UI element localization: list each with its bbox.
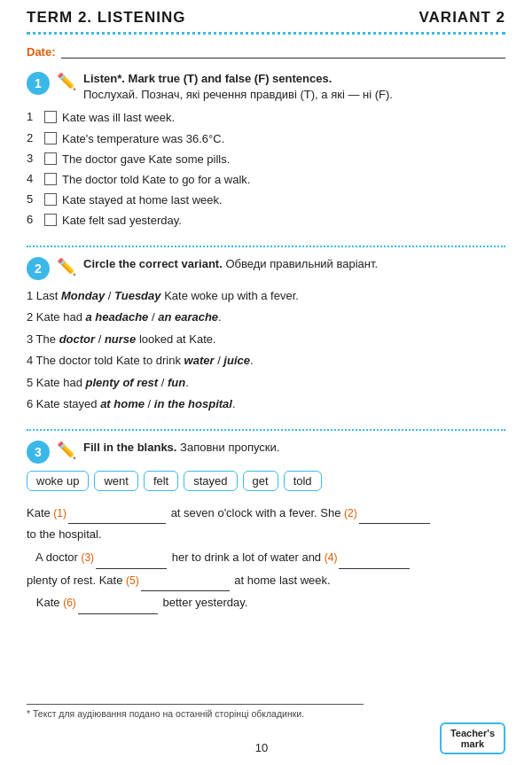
item-text: Kate's temperature was 36.6°C.: [62, 131, 505, 147]
task2-list-item: 3 The doctor / nurse looked at Kate.: [27, 331, 505, 348]
divider-2: [27, 429, 505, 431]
item-num: 2: [27, 131, 39, 144]
word-chip: told: [284, 471, 322, 491]
checkbox[interactable]: [44, 132, 57, 144]
checkbox[interactable]: [44, 111, 57, 123]
task1-list-item: 1 Kate was ill last week.: [27, 110, 505, 126]
pencil-icon-2: ✏️: [57, 257, 76, 277]
sentence-text: plenty of rest. Kate: [27, 574, 126, 587]
sentence-text: at home last week.: [231, 574, 331, 587]
item-suffix: .: [232, 397, 236, 410]
item-prefix: Kate stayed: [36, 397, 100, 410]
item-separator: /: [215, 354, 224, 367]
task1-list-item: 6 Kate felt sad yesterday.: [27, 213, 505, 229]
item-suffix: Kate woke up with a fever.: [161, 289, 299, 302]
blank-field[interactable]: [96, 546, 167, 569]
footer: * Текст для аудіювання подано на останні…: [0, 704, 532, 754]
blank-field[interactable]: [141, 569, 230, 592]
blank-field[interactable]: [68, 502, 166, 525]
fill-blanks-text: Kate (1) at seven o'clock with a fever. …: [27, 502, 505, 614]
date-underline-field[interactable]: [61, 46, 505, 59]
circle-option: in the hospital: [154, 397, 232, 410]
task2-instruction-sub: Обведи правильний варіант.: [225, 257, 378, 270]
task1-section: 1 ✏️ Listen*. Mark true (T) and false (F…: [27, 71, 505, 230]
item-suffix: .: [250, 354, 254, 367]
checkbox[interactable]: [44, 214, 57, 226]
blank-field[interactable]: [339, 546, 410, 569]
circle-option: plenty of rest: [86, 376, 159, 389]
task2-instruction: Circle the correct variant. Обведи прави…: [83, 256, 378, 272]
pencil-icon-1: ✏️: [57, 72, 76, 91]
item-suffix: looked at Kate.: [136, 332, 215, 346]
circle-option: doctor: [59, 332, 95, 346]
task1-items: 1 Kate was ill last week. 2 Kate's tempe…: [27, 110, 505, 229]
task2-section: 2 ✏️ Circle the correct variant. Обведи …: [27, 256, 505, 413]
blank-field[interactable]: [359, 502, 430, 525]
item-num: 1: [27, 289, 36, 302]
item-separator: /: [158, 376, 168, 389]
checkbox[interactable]: [44, 173, 57, 185]
item-suffix: .: [218, 310, 222, 324]
circle-option: Monday: [61, 289, 105, 302]
task1-list-item: 2 Kate's temperature was 36.6°C.: [27, 131, 505, 147]
item-num: 1: [27, 110, 39, 123]
fill-sentence: plenty of rest. Kate (5) at home last we…: [27, 569, 505, 592]
item-num: 6: [27, 397, 36, 410]
sentence-text: Kate: [27, 596, 63, 609]
item-prefix: Kate had: [36, 376, 86, 389]
circle-option: nurse: [105, 332, 136, 346]
blank-number: (5): [126, 574, 139, 587]
item-prefix: Kate had: [36, 310, 86, 324]
page: TERM 2. LISTENING VARIANT 2 Date: 1 ✏️ L…: [0, 0, 532, 765]
circle-option: fun: [168, 376, 185, 389]
sentence-text: better yesterday.: [160, 596, 247, 609]
checkbox[interactable]: [44, 152, 57, 165]
word-bank: woke upwentfeltstayedgettold: [27, 471, 505, 491]
sentence-text: at seven o'clock with a fever. She: [168, 506, 344, 519]
footer-bottom: 10 Teacher's mark: [27, 722, 505, 754]
word-chip: went: [94, 471, 137, 491]
sentence-text: to the hospital.: [27, 527, 102, 541]
page-number: 10: [83, 741, 440, 754]
task2-list-item: 1 Last Monday / Tuesday Kate woke up wit…: [27, 287, 505, 305]
sentence-text: her to drink a lot of water and: [168, 550, 325, 564]
task3-instruction-main: Fill in the blanks.: [83, 441, 176, 454]
item-num: 4: [27, 172, 39, 185]
pencil-icon-3: ✏️: [57, 441, 76, 460]
circle-option: a headache: [86, 310, 149, 324]
circle-option: water: [184, 354, 215, 367]
header-title-right: VARIANT 2: [419, 9, 505, 27]
item-num: 4: [27, 354, 36, 367]
task1-list-item: 3 The doctor gave Kate some pills.: [27, 152, 505, 168]
task1-number: 1: [27, 72, 50, 95]
task3-number: 3: [27, 441, 50, 464]
item-num: 5: [27, 376, 36, 389]
blank-number: (6): [63, 597, 76, 609]
circle-option: juice: [223, 354, 250, 367]
fill-sentence: to the hospital.: [27, 524, 505, 546]
task2-list-item: 2 Kate had a headache / an earache.: [27, 308, 505, 326]
task1-instruction: Listen*. Mark true (T) and false (F) sen…: [83, 71, 393, 103]
item-num: 3: [27, 152, 39, 165]
circle-option: Tuesday: [114, 289, 161, 302]
teachers-mark-line2: mark: [461, 738, 484, 749]
task3-instruction: Fill in the blanks. Заповни пропуски.: [83, 440, 279, 456]
task3-instruction-sub: Заповни пропуски.: [180, 441, 279, 454]
date-line: Date:: [27, 45, 505, 59]
task2-items: 1 Last Monday / Tuesday Kate woke up wit…: [27, 287, 505, 413]
item-text: Kate stayed at home last week.: [62, 192, 505, 208]
circle-option: an earache: [158, 310, 218, 324]
header-title-left: TERM 2. LISTENING: [27, 9, 185, 27]
item-separator: /: [148, 310, 158, 324]
task1-instruction-sub: Послухай. Познач, які речення правдиві (…: [83, 88, 393, 101]
blank-field[interactable]: [78, 591, 158, 614]
item-prefix: The doctor told Kate to drink: [36, 354, 184, 367]
item-text: Kate felt sad yesterday.: [62, 213, 505, 229]
task2-list-item: 5 Kate had plenty of rest / fun.: [27, 374, 505, 392]
word-chip: get: [243, 471, 278, 491]
checkbox[interactable]: [44, 193, 57, 206]
item-text: The doctor told Kate to go for a walk.: [62, 172, 505, 188]
item-num: 6: [27, 213, 39, 226]
task3-section: 3 ✏️ Fill in the blanks. Заповни пропуск…: [27, 440, 505, 614]
task1-list-item: 5 Kate stayed at home last week.: [27, 192, 505, 208]
